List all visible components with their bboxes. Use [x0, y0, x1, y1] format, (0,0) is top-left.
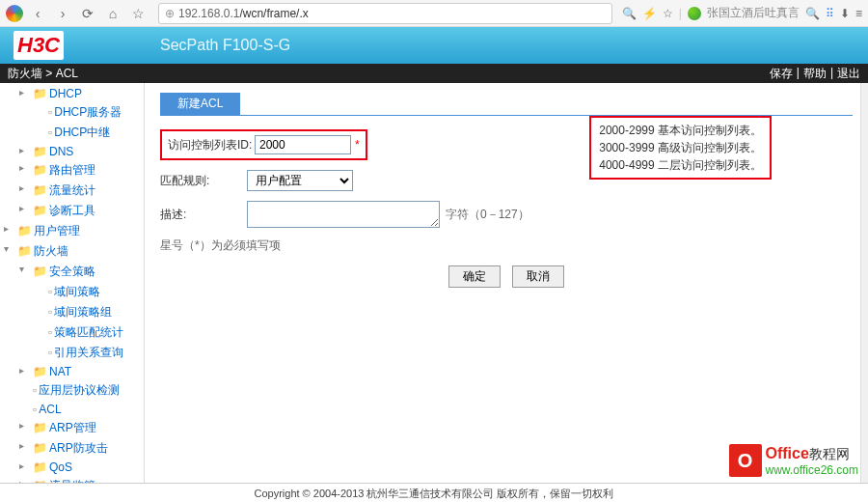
globe-icon: ⊕	[165, 7, 175, 20]
acl-id-input[interactable]	[255, 135, 351, 154]
sidebar-item[interactable]: ▫域间策略组	[0, 302, 144, 322]
apps-icon[interactable]: ⠿	[826, 7, 834, 20]
sidebar-item[interactable]: ▸📁DNS	[0, 143, 144, 160]
breadcrumb-path: 防火墙 > ACL	[8, 66, 78, 82]
sidebar: ▸📁DHCP▫DHCP服务器▫DHCP中继▸📁DNS▸📁路由管理▸📁流量统计▸📁…	[0, 83, 145, 483]
chrome-icon	[6, 5, 23, 22]
sidebar-item[interactable]: ▸📁路由管理	[0, 160, 144, 181]
sidebar-item[interactable]: ▸📁用户管理	[0, 221, 144, 241]
acl-range-line: 3000-3999 高级访问控制列表。	[599, 139, 762, 156]
match-rule-select[interactable]: 用户配置	[247, 170, 353, 191]
url-bar[interactable]: ⊕ 192.168.0.1/wcn/frame/.x	[158, 3, 612, 24]
forward-button[interactable]: ›	[52, 3, 73, 24]
description-label: 描述:	[160, 207, 247, 223]
sidebar-item[interactable]: ▸📁NAT	[0, 363, 144, 380]
acl-range-line: 2000-2999 基本访问控制列表。	[599, 122, 762, 139]
search-icon[interactable]: 🔍	[622, 7, 637, 20]
menu-icon[interactable]: ≡	[855, 7, 862, 20]
watermark-url: www.office26.com	[766, 463, 859, 477]
reload-button[interactable]: ⟳	[77, 3, 98, 24]
brand-logo: H3C	[14, 31, 64, 60]
sidebar-item[interactable]: ▫策略匹配统计	[0, 322, 144, 343]
star-button[interactable]: ☆	[127, 3, 149, 24]
back-button[interactable]: ‹	[27, 3, 48, 24]
bolt-icon[interactable]: ⚡	[642, 7, 657, 20]
sidebar-item[interactable]: ▸📁流量监管	[0, 476, 144, 483]
acl-range-line: 4000-4999 二层访问控制列表。	[599, 156, 762, 174]
ok-button[interactable]: 确定	[448, 265, 501, 288]
sidebar-item[interactable]: ▾📁防火墙	[0, 241, 144, 262]
required-star: *	[355, 138, 360, 152]
scrollbar[interactable]	[860, 83, 868, 483]
divider: |	[679, 7, 682, 20]
acl-id-highlight: 访问控制列表ID: *	[160, 129, 367, 160]
watermark-name: Office	[766, 445, 809, 461]
cancel-button[interactable]: 取消	[512, 265, 564, 288]
exit-link[interactable]: 退出	[837, 66, 860, 82]
sidebar-item[interactable]: ▫ACL	[0, 401, 144, 418]
url-host: 192.168.0.1	[178, 7, 239, 20]
home-button[interactable]: ⌂	[102, 3, 123, 24]
search-hint[interactable]: 张国立酒后吐真言	[707, 5, 800, 21]
sidebar-item[interactable]: ▾📁安全策略	[0, 262, 144, 282]
help-link[interactable]: 帮助	[803, 66, 827, 82]
watermark-cn: 教程网	[809, 446, 850, 461]
acl-range-info: 2000-2999 基本访问控制列表。 3000-3999 高级访问控制列表。 …	[589, 116, 772, 180]
watermark-icon: O	[729, 444, 762, 477]
breadcrumb: 防火墙 > ACL 保存 | 帮助 | 退出	[0, 64, 868, 83]
sidebar-item[interactable]: ▫应用层协议检测	[0, 380, 144, 401]
sidebar-item[interactable]: ▫引用关系查询	[0, 343, 144, 363]
sidebar-item[interactable]: ▸📁ARP防攻击	[0, 438, 144, 459]
sidebar-item[interactable]: ▸📁ARP管理	[0, 418, 144, 438]
description-input[interactable]	[247, 201, 440, 228]
tab-new-acl[interactable]: 新建ACL	[160, 93, 240, 115]
app-header: H3C SecPath F100-S-G	[0, 27, 868, 64]
qihoo-icon[interactable]	[688, 7, 701, 20]
sidebar-item[interactable]: ▫域间策略	[0, 282, 144, 302]
sidebar-item[interactable]: ▫DHCP服务器	[0, 102, 144, 123]
copyright-text: Copyright © 2004-2013 杭州华三通信技术有限公司 版权所有，…	[254, 488, 613, 499]
tab-bar: 新建ACL	[160, 93, 853, 116]
content-area: 新建ACL 访问控制列表ID: * 2000-2999 基本访问控制列表。 30…	[145, 83, 868, 483]
search-expand-icon[interactable]: 🔍	[805, 7, 820, 20]
star-icon[interactable]: ☆	[663, 7, 673, 20]
acl-id-label: 访问控制列表ID:	[168, 137, 255, 153]
browser-toolbar: ‹ › ⟳ ⌂ ☆ ⊕ 192.168.0.1/wcn/frame/.x 🔍 ⚡…	[0, 0, 868, 27]
sidebar-item[interactable]: ▸📁QoS	[0, 459, 144, 476]
sidebar-item[interactable]: ▫DHCP中继	[0, 123, 144, 143]
description-hint: 字符（0－127）	[446, 207, 529, 223]
divider: |	[797, 66, 800, 82]
download-icon[interactable]: ⬇	[840, 7, 850, 20]
divider: |	[830, 66, 833, 82]
product-title: SecPath F100-S-G	[160, 37, 290, 54]
sidebar-item[interactable]: ▸📁流量统计	[0, 181, 144, 201]
sidebar-item[interactable]: ▸📁DHCP	[0, 85, 144, 102]
footer: Copyright © 2004-2013 杭州华三通信技术有限公司 版权所有，…	[0, 483, 868, 502]
match-rule-label: 匹配规则:	[160, 173, 247, 189]
required-hint: 星号（*）为必须填写项	[160, 237, 853, 254]
url-path: /wcn/frame/.x	[239, 7, 308, 20]
watermark: O Office教程网 www.office26.com	[729, 444, 859, 477]
save-link[interactable]: 保存	[770, 66, 793, 82]
sidebar-item[interactable]: ▸📁诊断工具	[0, 201, 144, 221]
